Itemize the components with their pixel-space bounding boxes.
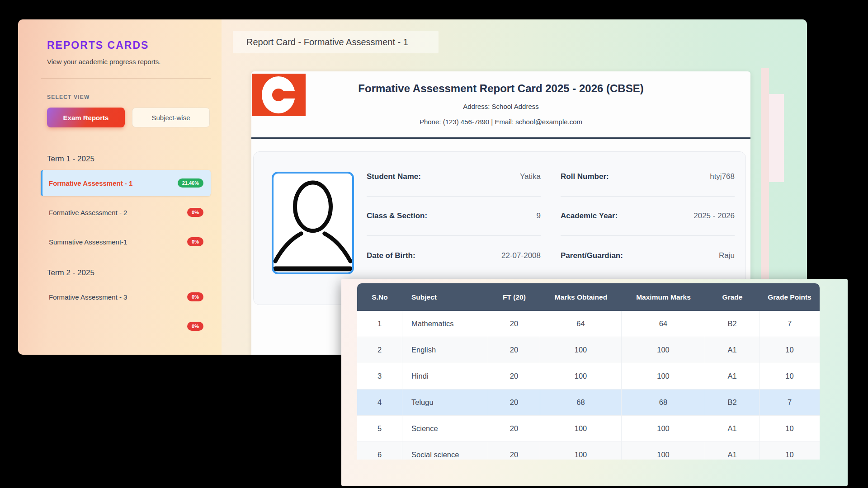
assessment-label: Formative Assessment - 3 bbox=[49, 293, 127, 301]
field-label: Student Name: bbox=[367, 172, 421, 181]
table-row[interactable]: 6Social science20100100A110 bbox=[357, 442, 820, 460]
column-header: Subject bbox=[402, 283, 488, 311]
table-cell: A1 bbox=[705, 416, 760, 442]
school-header: Formative Assessment Report Card 2025 - … bbox=[251, 71, 750, 139]
table-cell: 6 bbox=[357, 442, 402, 460]
table-cell: 20 bbox=[488, 311, 540, 337]
sidebar-item-formative-assessment-1[interactable]: Formative Assessment - 121.46% bbox=[41, 170, 211, 196]
table-cell: 20 bbox=[488, 337, 540, 363]
student-field: Roll Number:htyj768 bbox=[561, 157, 735, 197]
table-row[interactable]: 2English20100100A110 bbox=[357, 337, 820, 363]
progress-badge: 0% bbox=[187, 208, 203, 217]
column-header: Marks Obtained bbox=[540, 283, 622, 311]
sidebar-item-clipped[interactable]: 0% bbox=[41, 313, 211, 339]
sidebar-subtitle: View your academic progress reports. bbox=[47, 58, 211, 66]
column-header: Grade Points bbox=[760, 283, 820, 311]
table-cell: B2 bbox=[705, 389, 760, 416]
student-field: Academic Year:2025 - 2026 bbox=[561, 197, 735, 236]
table-cell: Telugu bbox=[402, 389, 488, 416]
field-value: htyj768 bbox=[710, 172, 735, 181]
progress-badge: 0% bbox=[187, 322, 203, 331]
field-value: Yatika bbox=[520, 172, 541, 181]
table-cell: Mathematics bbox=[402, 311, 488, 337]
student-fields-grid: Student Name:YatikaRoll Number:htyj768Cl… bbox=[367, 157, 735, 275]
table-cell: B2 bbox=[705, 311, 760, 337]
table-cell: 20 bbox=[488, 442, 540, 460]
student-field: Date of Birth:22-07-2008 bbox=[367, 236, 541, 275]
table-cell: 68 bbox=[540, 389, 622, 416]
sidebar-item-formative-assessment-2[interactable]: Formative Assessment - 20% bbox=[41, 199, 211, 225]
scrollbar-thumb[interactable] bbox=[769, 94, 784, 182]
report-title: Formative Assessment Report Card 2025 - … bbox=[251, 82, 750, 95]
field-label: Class & Section: bbox=[367, 211, 427, 221]
student-field: Parent/Guardian:Raju bbox=[561, 236, 735, 275]
assessment-label: Formative Assessment - 1 bbox=[49, 179, 132, 187]
table-cell: 10 bbox=[760, 416, 820, 442]
table-cell: 100 bbox=[622, 337, 705, 363]
table-cell: 10 bbox=[760, 337, 820, 363]
term-heading: Term 1 - 2025 bbox=[47, 155, 211, 164]
field-value: 2025 - 2026 bbox=[693, 211, 735, 221]
term-heading: Term 2 - 2025 bbox=[47, 268, 211, 277]
exam-reports-button[interactable]: Exam Reports bbox=[47, 108, 125, 127]
field-value: Raju bbox=[719, 251, 735, 260]
table-cell: Hindi bbox=[402, 363, 488, 389]
sidebar-section: Term 2 - 2025Formative Assessment - 30%0… bbox=[41, 268, 211, 339]
field-label: Parent/Guardian: bbox=[561, 251, 623, 260]
header-rule bbox=[251, 137, 750, 139]
person-silhouette-icon bbox=[274, 174, 352, 272]
column-header: Maximum Marks bbox=[622, 283, 705, 311]
progress-badge: 0% bbox=[187, 292, 203, 301]
table-cell: 100 bbox=[540, 416, 622, 442]
table-row[interactable]: 1Mathematics206464B27 bbox=[357, 311, 820, 337]
marks-table: S.NoSubjectFT (20)Marks ObtainedMaximum … bbox=[357, 283, 820, 460]
table-cell: 3 bbox=[357, 363, 402, 389]
column-header: S.No bbox=[357, 283, 402, 311]
sidebar-section: Term 1 - 2025Formative Assessment - 121.… bbox=[41, 155, 211, 255]
sidebar-item-formative-assessment-3[interactable]: Formative Assessment - 30% bbox=[41, 284, 211, 310]
table-cell: 100 bbox=[622, 363, 705, 389]
sidebar-item-summative-assessment-1[interactable]: Summative Assessment-10% bbox=[41, 229, 211, 255]
table-cell: English bbox=[402, 337, 488, 363]
student-field: Class & Section:9 bbox=[367, 197, 541, 236]
table-cell: 68 bbox=[622, 389, 705, 416]
table-cell: 10 bbox=[760, 363, 820, 389]
sidebar-sections: Term 1 - 2025Formative Assessment - 121.… bbox=[41, 155, 211, 339]
sidebar-divider bbox=[41, 78, 211, 79]
school-address: Address: School Address bbox=[251, 103, 750, 110]
select-view-label: SELECT VIEW bbox=[47, 94, 211, 100]
marks-table-body: 1Mathematics206464B272English20100100A11… bbox=[357, 311, 820, 460]
table-cell: 100 bbox=[540, 363, 622, 389]
marks-table-wrap: S.NoSubjectFT (20)Marks ObtainedMaximum … bbox=[357, 283, 820, 460]
column-header: Grade bbox=[705, 283, 760, 311]
table-cell: 100 bbox=[622, 416, 705, 442]
table-cell: 10 bbox=[760, 442, 820, 460]
table-cell: 1 bbox=[357, 311, 402, 337]
progress-badge: 0% bbox=[187, 237, 203, 246]
field-label: Academic Year: bbox=[561, 211, 618, 221]
table-cell: 100 bbox=[540, 337, 622, 363]
subject-wise-button[interactable]: Subject-wise bbox=[132, 108, 210, 127]
marks-table-head-row: S.NoSubjectFT (20)Marks ObtainedMaximum … bbox=[357, 283, 820, 311]
table-cell: Social science bbox=[402, 442, 488, 460]
table-cell: 7 bbox=[760, 389, 820, 416]
sidebar-title: REPORTS CARDS bbox=[47, 39, 211, 52]
table-cell: A1 bbox=[705, 337, 760, 363]
assessment-label: Formative Assessment - 2 bbox=[49, 209, 127, 216]
page-title: Report Card - Formative Assessment - 1 bbox=[233, 31, 439, 53]
table-cell: A1 bbox=[705, 442, 760, 460]
table-cell: 100 bbox=[622, 442, 705, 460]
table-row[interactable]: 3Hindi20100100A110 bbox=[357, 363, 820, 389]
progress-badge: 21.46% bbox=[178, 178, 203, 188]
field-label: Roll Number: bbox=[561, 172, 609, 181]
table-row[interactable]: 4Telugu206868B27 bbox=[357, 389, 820, 416]
table-cell: 5 bbox=[357, 416, 402, 442]
student-photo-placeholder bbox=[272, 172, 354, 274]
table-cell: 7 bbox=[760, 311, 820, 337]
table-cell: 20 bbox=[488, 389, 540, 416]
field-value: 9 bbox=[537, 211, 541, 221]
table-row[interactable]: 5Science20100100A110 bbox=[357, 416, 820, 442]
table-cell: 100 bbox=[540, 442, 622, 460]
table-cell: 20 bbox=[488, 363, 540, 389]
table-cell: Science bbox=[402, 416, 488, 442]
